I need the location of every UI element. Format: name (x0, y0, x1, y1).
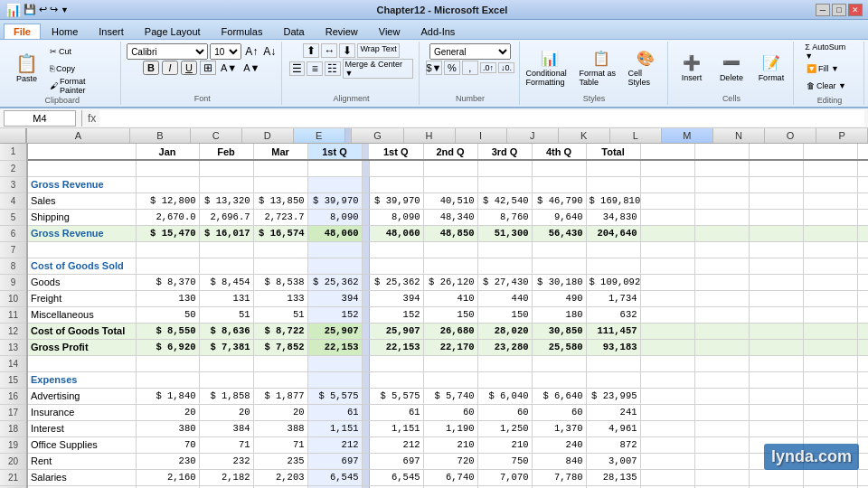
cell-17-I[interactable]: 60 (477, 404, 532, 420)
cell-12-P[interactable] (857, 323, 868, 339)
cell-20-A[interactable]: Rent (27, 453, 136, 469)
cell-16-G[interactable]: $ 5,575 (369, 388, 423, 404)
cell-13-A[interactable]: Gross Profit (27, 339, 136, 355)
cell-10-F[interactable] (362, 290, 369, 306)
wrap-text-button[interactable]: Wrap Text (357, 43, 399, 58)
cell-5-P[interactable] (857, 209, 868, 225)
cell-19-M[interactable] (694, 436, 749, 453)
cell-2-O[interactable] (803, 160, 857, 176)
cell-11-E[interactable]: 152 (307, 306, 362, 323)
cell-6-H[interactable]: 48,850 (423, 225, 477, 241)
formula-input[interactable] (99, 110, 864, 127)
cell-14-K[interactable] (586, 355, 640, 371)
cell-4-H[interactable]: 40,510 (423, 192, 477, 209)
cell-9-H[interactable]: $ 26,120 (423, 274, 477, 290)
cell-18-J[interactable]: 1,370 (532, 420, 586, 436)
cell-4-B[interactable]: $ 12,800 (136, 192, 199, 209)
cell-2-J[interactable] (532, 160, 586, 176)
cell-14-J[interactable] (532, 355, 586, 371)
header-cell-F[interactable] (362, 144, 369, 160)
cell-5-N[interactable] (749, 209, 803, 225)
cell-14-L[interactable] (640, 355, 694, 371)
cell-19-E[interactable]: 212 (307, 436, 362, 453)
cell-13-K[interactable]: 93,183 (586, 339, 640, 355)
cell-3-C[interactable] (199, 176, 253, 192)
header-cell-I[interactable]: 3rd Q (477, 144, 532, 160)
cell-12-F[interactable] (362, 323, 369, 339)
cell-8-P[interactable] (857, 258, 868, 274)
cell-2-M[interactable] (694, 160, 749, 176)
cell-13-P[interactable] (857, 339, 868, 355)
row-number[interactable]: 16 (0, 388, 27, 404)
table-row[interactable]: 4 Sales$ 12,800$ 13,320$ 13,850$ 39,970$… (0, 192, 868, 209)
cell-6-O[interactable] (803, 225, 857, 241)
cell-3-K[interactable] (586, 176, 640, 192)
cell-8-L[interactable] (640, 258, 694, 274)
cell-7-F[interactable] (362, 241, 369, 258)
table-row[interactable]: 21 Salaries2,1602,1822,2036,5456,5456,74… (0, 469, 868, 485)
cell-4-I[interactable]: $ 42,540 (477, 192, 532, 209)
cell-17-A[interactable]: Insurance (27, 404, 136, 420)
cell-6-A[interactable]: Gross Revenue (27, 225, 136, 241)
cell-9-D[interactable]: $ 8,538 (253, 274, 307, 290)
cell-13-O[interactable] (803, 339, 857, 355)
cell-8-N[interactable] (749, 258, 803, 274)
number-format-select[interactable]: General (429, 43, 511, 60)
font-family-select[interactable]: Calibri (127, 43, 208, 60)
header-cell-P[interactable] (857, 144, 868, 160)
cell-20-H[interactable]: 720 (423, 453, 477, 469)
align-center-button[interactable]: ≡ (307, 61, 323, 76)
header-cell-J[interactable]: 4th Q (532, 144, 586, 160)
cell-13-N[interactable] (749, 339, 803, 355)
cell-14-I[interactable] (477, 355, 532, 371)
cell-7-P[interactable] (857, 241, 868, 258)
cell-18-H[interactable]: 1,190 (423, 420, 477, 436)
cell-20-G[interactable]: 697 (369, 453, 423, 469)
cell-9-L[interactable] (640, 274, 694, 290)
cell-17-E[interactable]: 61 (307, 404, 362, 420)
insert-button[interactable]: ➕ Insert (674, 45, 710, 90)
cell-18-O[interactable] (803, 420, 857, 436)
cell-12-K[interactable]: 111,457 (586, 323, 640, 339)
cell-4-A[interactable]: Sales (27, 192, 136, 209)
cell-19-A[interactable]: Office Supplies (27, 436, 136, 453)
cell-16-A[interactable]: Advertising (27, 388, 136, 404)
cell-16-J[interactable]: $ 6,640 (532, 388, 586, 404)
cell-20-L[interactable] (640, 453, 694, 469)
cell-19-L[interactable] (640, 436, 694, 453)
cell-17-F[interactable] (362, 404, 369, 420)
col-header-g[interactable]: G (352, 128, 403, 143)
cell-3-M[interactable] (694, 176, 749, 192)
cell-17-L[interactable] (640, 404, 694, 420)
cell-11-C[interactable]: 51 (199, 306, 253, 323)
cell-15-I[interactable] (477, 371, 532, 388)
function-icon[interactable]: fx (88, 112, 96, 125)
cell-2-E[interactable] (307, 160, 362, 176)
quick-access-undo[interactable]: ↩ (39, 4, 47, 15)
cell-2-K[interactable] (586, 160, 640, 176)
cell-20-C[interactable]: 232 (199, 453, 253, 469)
cell-8-K[interactable] (586, 258, 640, 274)
cell-3-O[interactable] (803, 176, 857, 192)
cell-6-D[interactable]: $ 16,574 (253, 225, 307, 241)
cell-5-C[interactable]: 2,696.7 (199, 209, 253, 225)
table-row[interactable]: 6Gross Revenue$ 15,470$ 16,017$ 16,57448… (0, 225, 868, 241)
borders-button[interactable]: ⊞ (200, 61, 216, 75)
cell-14-E[interactable] (307, 355, 362, 371)
cell-3-I[interactable] (477, 176, 532, 192)
cell-12-C[interactable]: $ 8,636 (199, 323, 253, 339)
row-number[interactable]: 9 (0, 274, 27, 290)
cell-15-N[interactable] (749, 371, 803, 388)
cell-14-P[interactable] (857, 355, 868, 371)
cell-2-C[interactable] (199, 160, 253, 176)
cell-9-M[interactable] (694, 274, 749, 290)
cell-17-K[interactable]: 241 (586, 404, 640, 420)
cell-9-E[interactable]: $ 25,362 (307, 274, 362, 290)
table-row[interactable]: 2 (0, 160, 868, 176)
tab-page-layout[interactable]: Page Layout (135, 23, 211, 39)
quick-access-redo[interactable]: ↪ (50, 4, 58, 15)
cell-4-J[interactable]: $ 46,790 (532, 192, 586, 209)
cell-16-P[interactable] (857, 388, 868, 404)
header-cell-L[interactable] (640, 144, 694, 160)
cell-10-C[interactable]: 131 (199, 290, 253, 306)
